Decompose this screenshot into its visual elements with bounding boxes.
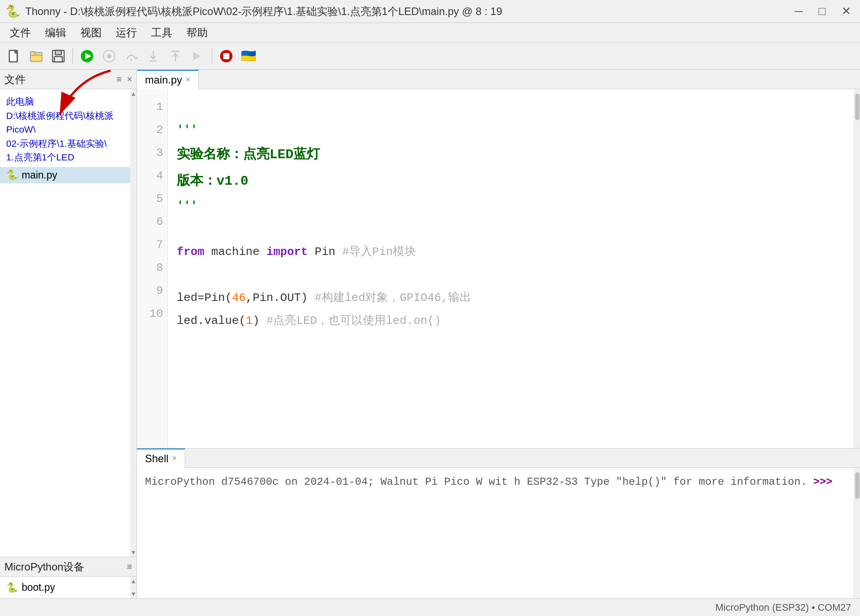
device-scroll-down[interactable]: ▼ bbox=[130, 590, 137, 597]
shell-scrollbar[interactable] bbox=[854, 468, 860, 598]
shell-line-1: MicroPython d7546700c on 2024-01-04; Wal… bbox=[145, 476, 508, 488]
file-panel-controls: ≡ × bbox=[117, 74, 132, 84]
app-icon: 🐍 bbox=[5, 4, 21, 19]
stop-button[interactable] bbox=[217, 46, 236, 66]
scroll-up-arrow[interactable]: ▲ bbox=[130, 90, 137, 97]
tab-main-py-label: main.py bbox=[145, 74, 182, 86]
maximize-button[interactable]: □ bbox=[815, 4, 829, 18]
scroll-down-arrow[interactable]: ▼ bbox=[130, 549, 137, 556]
shell-tab-bar: Shell × bbox=[137, 449, 860, 468]
status-bar: MicroPython (ESP32) • COM27 bbox=[0, 598, 860, 616]
shell-line-3: Type "help()" for more information. bbox=[584, 476, 807, 488]
editor-tab-bar: main.py × bbox=[137, 70, 860, 89]
shell-output[interactable]: MicroPython d7546700c on 2024-01-04; Wal… bbox=[137, 468, 854, 598]
save-button[interactable] bbox=[49, 46, 68, 66]
device-panel-controls: ≡ bbox=[127, 562, 132, 572]
step-into-button[interactable] bbox=[144, 46, 163, 66]
title-bar-left: 🐍 Thonny - D:\核桃派例程代码\核桃派PicoW\02-示例程序\1… bbox=[5, 4, 502, 19]
svg-rect-4 bbox=[30, 52, 35, 55]
svg-rect-19 bbox=[223, 53, 229, 59]
file-panel-header: 文件 ≡ × bbox=[0, 70, 137, 89]
menu-help[interactable]: 帮助 bbox=[180, 24, 214, 42]
device-scroll-up[interactable]: ▲ bbox=[130, 578, 137, 585]
toolbar-separator-1 bbox=[72, 48, 73, 64]
menu-edit[interactable]: 编辑 bbox=[39, 24, 72, 42]
device-panel-header: MicroPython设备 ≡ bbox=[0, 557, 137, 577]
toolbar: 🇺🇦 bbox=[0, 42, 860, 70]
new-button[interactable] bbox=[4, 46, 24, 66]
line-numbers: 1 2 3 4 5 6 7 8 9 10 bbox=[137, 89, 168, 448]
main-container: 文件 ≡ × 此电脑 D:\核桃派例程代码\核桃派PicoW\ 02-示例程序\… bbox=[0, 70, 860, 598]
close-button[interactable]: ✕ bbox=[838, 4, 855, 18]
shell-tab-close[interactable]: × bbox=[172, 454, 177, 463]
file-tree: 此电脑 D:\核桃派例程代码\核桃派PicoW\ 02-示例程序\1.基础实验\… bbox=[0, 89, 130, 557]
status-text: MicroPython (ESP32) • COM27 bbox=[715, 602, 851, 613]
editor-scrollbar[interactable] bbox=[854, 89, 860, 448]
editor-scrollbar-thumb bbox=[855, 94, 860, 120]
title-bar-controls: ─ □ ✕ bbox=[791, 4, 855, 18]
shell-prompt: >>> bbox=[813, 476, 832, 488]
shell-panel: Shell × MicroPython d7546700c on 2024-01… bbox=[137, 448, 860, 598]
toolbar-separator-2 bbox=[212, 48, 212, 64]
file-item-main-py[interactable]: 🐍 main.py bbox=[0, 167, 130, 183]
device-panel-title: MicroPython设备 bbox=[4, 560, 84, 574]
file-tree-scrollbar[interactable]: ▲ ▼ bbox=[130, 89, 137, 557]
python-boot-icon: 🐍 bbox=[6, 582, 18, 593]
debug-button[interactable] bbox=[99, 46, 119, 66]
svg-point-11 bbox=[107, 54, 111, 58]
window-title: Thonny - D:\核桃派例程代码\核桃派PicoW\02-示例程序\1.基… bbox=[25, 4, 502, 19]
device-file-tree-container: 🐍 boot.py ▲ ▼ bbox=[0, 577, 137, 598]
shell-scrollbar-thumb bbox=[855, 472, 860, 499]
menu-file[interactable]: 文件 bbox=[4, 24, 37, 42]
right-panel: main.py × 1 2 3 4 5 6 7 8 9 10 ''' 实验名称：… bbox=[137, 70, 860, 598]
resume-button[interactable] bbox=[188, 46, 207, 66]
left-panel: 文件 ≡ × 此电脑 D:\核桃派例程代码\核桃派PicoW\ 02-示例程序\… bbox=[0, 70, 137, 598]
device-scrollbar[interactable]: ▲ ▼ bbox=[130, 577, 137, 598]
file-tree-container: 此电脑 D:\核桃派例程代码\核桃派PicoW\ 02-示例程序\1.基础实验\… bbox=[0, 89, 137, 557]
title-bar: 🐍 Thonny - D:\核桃派例程代码\核桃派PicoW\02-示例程序\1… bbox=[0, 0, 860, 23]
tab-main-py-close[interactable]: × bbox=[186, 75, 190, 84]
shell-line-2: h ESP32-S3 bbox=[514, 476, 578, 488]
menu-bar: 文件 编辑 视图 运行 工具 帮助 bbox=[0, 23, 860, 42]
device-panel: MicroPython设备 ≡ 🐍 boot.py ▲ ▼ bbox=[0, 557, 137, 598]
run-button[interactable] bbox=[77, 46, 97, 66]
svg-rect-6 bbox=[55, 50, 61, 55]
menu-tools[interactable]: 工具 bbox=[145, 24, 179, 42]
svg-marker-17 bbox=[193, 52, 201, 61]
device-file-tree: 🐍 boot.py bbox=[0, 577, 130, 598]
shell-tab-label: Shell bbox=[145, 452, 168, 465]
tab-main-py[interactable]: main.py × bbox=[137, 70, 199, 89]
minimize-button[interactable]: ─ bbox=[791, 4, 806, 18]
file-name-main-py: main.py bbox=[22, 169, 57, 181]
device-panel-menu-btn[interactable]: ≡ bbox=[127, 562, 132, 572]
file-tree-path[interactable]: 此电脑 D:\核桃派例程代码\核桃派PicoW\ 02-示例程序\1.基础实验\… bbox=[0, 92, 130, 167]
shell-tab[interactable]: Shell × bbox=[137, 449, 185, 468]
editor-area[interactable]: 1 2 3 4 5 6 7 8 9 10 ''' 实验名称：点亮LED蓝灯 版本… bbox=[137, 89, 860, 448]
file-name-boot-py: boot.py bbox=[22, 582, 55, 593]
open-button[interactable] bbox=[27, 46, 46, 66]
ukraine-flag-button[interactable]: 🇺🇦 bbox=[239, 46, 258, 66]
menu-view[interactable]: 视图 bbox=[74, 24, 108, 42]
file-panel-menu-btn[interactable]: ≡ bbox=[117, 74, 122, 84]
shell-content-area: MicroPython d7546700c on 2024-01-04; Wal… bbox=[137, 468, 860, 598]
svg-rect-7 bbox=[54, 57, 62, 62]
step-over-button[interactable] bbox=[122, 46, 141, 66]
code-editor[interactable]: ''' 实验名称：点亮LED蓝灯 版本：v1.0 ''' from machin… bbox=[168, 89, 854, 448]
python-file-icon: 🐍 bbox=[6, 169, 18, 181]
file-panel-close-btn[interactable]: × bbox=[127, 74, 132, 84]
file-item-boot-py[interactable]: 🐍 boot.py bbox=[0, 579, 130, 596]
file-panel-title: 文件 bbox=[4, 72, 26, 87]
menu-run[interactable]: 运行 bbox=[110, 24, 143, 42]
step-out-button[interactable] bbox=[166, 46, 185, 66]
